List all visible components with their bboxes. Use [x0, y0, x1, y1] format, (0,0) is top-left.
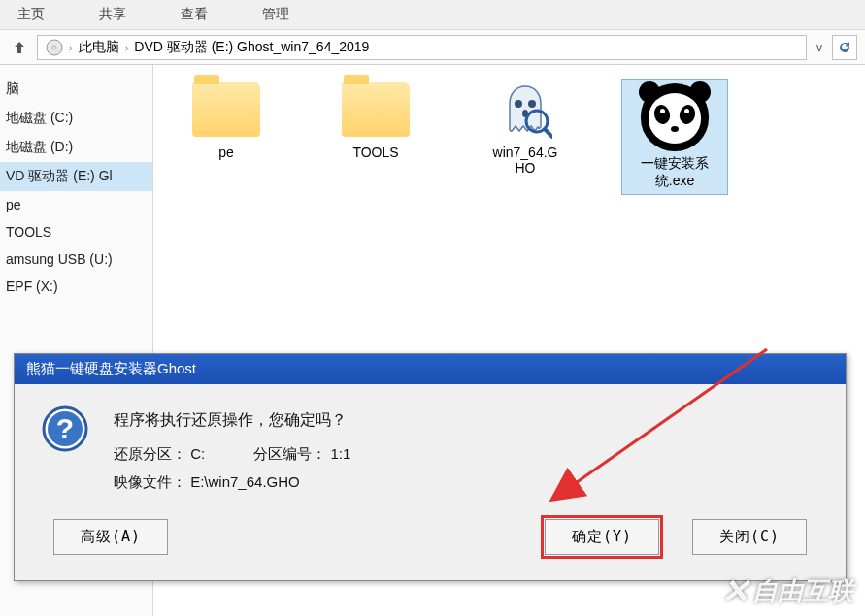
sidebar-item[interactable]: EPF (X:) [0, 273, 152, 300]
tab-view[interactable]: 查看 [173, 4, 216, 25]
watermark: ✕ 自由互联 [721, 571, 853, 610]
label-partition: 还原分区： [114, 440, 186, 469]
panda-icon [641, 83, 709, 151]
ok-button[interactable]: 确定(Y) [545, 519, 659, 555]
file-label: 一键安装系 统.exe [641, 155, 709, 190]
watermark-text: 自由互联 [752, 574, 853, 608]
breadcrumb[interactable]: › 此电脑 › DVD 驱动器 (E:) Ghost_win7_64_2019 [37, 35, 807, 60]
ghost-icon [496, 82, 554, 141]
file-item-exe[interactable]: 一键安装系 统.exe [621, 79, 728, 195]
folder-icon [192, 82, 260, 137]
chevron-right-icon: › [69, 42, 73, 53]
address-bar: › 此电脑 › DVD 驱动器 (E:) Ghost_win7_64_2019 … [0, 30, 865, 65]
advanced-button[interactable]: 高级(A) [53, 519, 168, 555]
file-item-folder[interactable]: pe [173, 79, 280, 164]
dialog-title-bar[interactable]: 熊猫一键硬盘安装器Ghost [15, 354, 846, 384]
value-partition: C: [190, 445, 205, 462]
label-partition-id: 分区编号： [253, 440, 326, 469]
sidebar-item[interactable]: TOOLS [0, 218, 152, 245]
sidebar-item[interactable]: 地磁盘 (D:) [0, 133, 152, 162]
tab-manage[interactable]: 管理 [254, 4, 297, 25]
file-label: TOOLS [352, 145, 398, 160]
sidebar-item[interactable]: 脑 [0, 75, 152, 104]
sidebar-item[interactable]: amsung USB (U:) [0, 245, 152, 273]
file-item-folder[interactable]: TOOLS [322, 79, 429, 164]
label-image-file: 映像文件： [114, 469, 186, 497]
svg-text:?: ? [56, 412, 74, 444]
value-partition-id: 1:1 [331, 445, 351, 462]
svg-point-4 [528, 100, 536, 108]
dialog-text: 程序将执行还原操作，您确定吗？ 还原分区： C: 分区编号： 1:1 映像文件：… [114, 405, 818, 496]
refresh-button[interactable] [832, 35, 857, 60]
disc-icon [46, 39, 63, 56]
close-button[interactable]: 关闭(C) [692, 519, 807, 555]
watermark-x-icon: ✕ [721, 571, 749, 610]
file-item-gho[interactable]: win7_64.G HO [472, 79, 579, 179]
file-label: pe [218, 145, 234, 160]
breadcrumb-node[interactable]: DVD 驱动器 (E:) Ghost_win7_64_2019 [134, 39, 369, 56]
address-dropdown[interactable]: v [811, 41, 828, 54]
sidebar-item[interactable]: 地磁盘 (C:) [0, 104, 152, 133]
svg-point-3 [515, 100, 522, 108]
nav-up-button[interactable] [8, 36, 31, 59]
sidebar-item[interactable]: pe [0, 191, 152, 218]
sidebar-item[interactable]: VD 驱动器 (E:) Gl [0, 162, 152, 191]
tab-share[interactable]: 共享 [91, 4, 134, 25]
svg-point-2 [53, 47, 55, 49]
question-icon: ? [42, 405, 88, 452]
svg-line-7 [545, 129, 552, 137]
ribbon-tabs: 主页 共享 查看 管理 [0, 0, 865, 30]
dialog-title: 熊猫一键硬盘安装器Ghost [26, 360, 196, 376]
confirm-dialog: 熊猫一键硬盘安装器Ghost ? 程序将执行还原操作，您确定吗？ 还原分区： C… [14, 353, 847, 581]
chevron-right-icon: › [125, 42, 129, 53]
tab-home[interactable]: 主页 [10, 4, 52, 25]
file-label: win7_64.G HO [493, 145, 558, 176]
breadcrumb-node[interactable]: 此电脑 [79, 39, 119, 56]
value-image-file: E:\win7_64.GHO [190, 473, 300, 490]
folder-icon [342, 82, 410, 137]
dialog-headline: 程序将执行还原操作，您确定吗？ [114, 405, 818, 435]
